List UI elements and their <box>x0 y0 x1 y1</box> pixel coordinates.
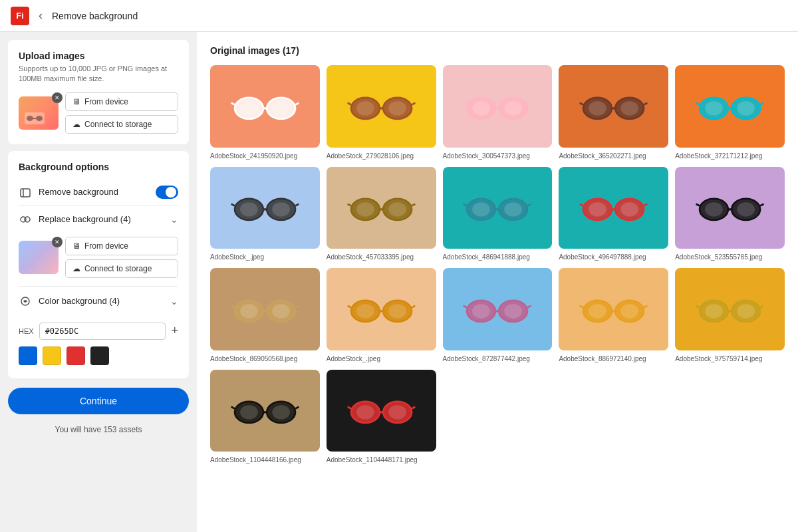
thumbnail-preview-icon <box>21 107 48 127</box>
svg-point-14 <box>240 101 258 115</box>
svg-line-68 <box>580 204 583 206</box>
glasses-svg <box>578 181 649 234</box>
image-card[interactable]: AdobeStock_496497888.jpeg <box>559 167 668 262</box>
continue-button[interactable]: Continue <box>8 388 189 414</box>
svg-point-35 <box>589 101 606 115</box>
svg-point-21 <box>356 101 374 115</box>
replace-from-device-button[interactable]: 🖥 From device <box>65 237 178 255</box>
image-label: AdobeStock_886972140.jpeg <box>559 354 668 363</box>
bg-options-title: Background options <box>19 162 178 172</box>
image-card[interactable]: AdobeStock_872877442.jpeg <box>443 268 553 363</box>
image-thumb-inner <box>675 65 785 148</box>
remove-bg-option[interactable]: Remove background <box>19 180 178 204</box>
glasses-svg <box>229 283 301 336</box>
svg-line-90 <box>412 306 415 308</box>
image-thumb-inner <box>443 167 553 249</box>
color-bg-option[interactable]: Color background (4) ⌄ <box>19 289 178 313</box>
image-label: AdobeStock_872877442.jpeg <box>443 354 553 363</box>
image-label: AdobeStock_241950920.jpeg <box>210 152 320 160</box>
svg-line-48 <box>295 204 299 206</box>
image-thumb-inner <box>559 268 668 350</box>
glasses-svg <box>346 283 417 336</box>
image-thumb-inner <box>675 167 785 249</box>
replace-from-device-label: From device <box>84 241 128 251</box>
image-thumb-inner <box>210 268 320 350</box>
svg-line-76 <box>760 204 763 206</box>
image-card[interactable]: AdobeStock_365202271.jpeg <box>559 65 668 160</box>
svg-line-54 <box>347 204 350 206</box>
hex-add-button[interactable]: + <box>171 324 178 338</box>
svg-line-20 <box>412 102 415 104</box>
svg-line-40 <box>696 102 700 104</box>
back-button[interactable]: ‹ <box>36 6 45 25</box>
image-thumb <box>443 268 553 350</box>
swatch-black[interactable] <box>90 346 109 365</box>
svg-line-110 <box>696 306 700 308</box>
image-card[interactable]: AdobeStock_457033395.jpeg <box>327 167 436 262</box>
image-label: AdobeStock_1104448166.jpeg <box>210 456 320 464</box>
swatch-yellow[interactable] <box>43 346 61 365</box>
upload-title: Upload images <box>19 51 178 61</box>
swatch-red[interactable] <box>66 346 85 365</box>
image-thumb <box>443 167 553 249</box>
image-card[interactable]: AdobeStock_279028106.jpeg <box>327 65 436 160</box>
svg-point-63 <box>473 202 491 216</box>
upload-subtitle: Supports up to 10,000 JPG or PNG images … <box>19 64 178 84</box>
svg-line-97 <box>528 306 531 308</box>
svg-line-111 <box>760 306 763 308</box>
image-label: AdobeStock_1104448171.jpeg <box>327 456 436 464</box>
from-device-button[interactable]: 🖥 From device <box>65 92 178 111</box>
svg-line-55 <box>412 204 415 206</box>
image-label: AdobeStock_372171212.jpeg <box>675 152 785 160</box>
image-card[interactable]: AdobeStock_523555785.jpeg <box>675 167 785 262</box>
hex-label: HEX <box>19 327 34 335</box>
glasses-svg <box>346 181 417 234</box>
image-thumb <box>327 65 436 148</box>
remove-thumbnail-button[interactable]: ✕ <box>52 92 63 103</box>
image-thumb-inner <box>327 268 436 350</box>
svg-point-84 <box>240 304 258 318</box>
divider-1 <box>19 205 178 206</box>
svg-point-92 <box>388 304 406 318</box>
svg-line-125 <box>412 407 415 409</box>
remove-replace-thumbnail-button[interactable]: ✕ <box>52 237 63 247</box>
swatch-blue[interactable] <box>19 346 37 365</box>
image-card[interactable]: AdobeStock_869050568.jpeg <box>210 268 320 363</box>
svg-line-75 <box>696 204 700 206</box>
image-card[interactable]: AdobeStock_486941888.jpeg <box>443 167 553 262</box>
image-card[interactable]: AdobeStock_1104448166.jpeg <box>210 370 320 465</box>
svg-rect-4 <box>21 189 30 197</box>
image-card[interactable]: AdobeStock_.jpeg <box>210 167 320 262</box>
image-thumb <box>559 167 668 249</box>
image-card[interactable]: AdobeStock_975759714.jpeg <box>675 268 785 363</box>
glasses-svg <box>229 384 301 437</box>
page-title: Remove background <box>52 11 138 21</box>
image-thumb <box>559 65 668 148</box>
replace-bg-chevron: ⌄ <box>170 214 178 225</box>
monitor-icon-2: 🖥 <box>72 241 80 251</box>
svg-point-43 <box>737 101 755 115</box>
image-card[interactable]: AdobeStock_241950920.jpeg <box>210 65 320 160</box>
svg-point-42 <box>705 101 723 115</box>
image-card[interactable]: AdobeStock_300547373.jpeg <box>443 65 553 160</box>
replace-connect-storage-button[interactable]: ☁ Connect to storage <box>65 259 178 278</box>
image-card[interactable]: AdobeStock_1104448171.jpeg <box>327 370 436 465</box>
image-label: AdobeStock_975759714.jpeg <box>675 354 785 363</box>
glasses-svg <box>578 283 649 336</box>
replace-bg-option[interactable]: Replace background (4) ⌄ <box>19 207 178 231</box>
image-label: AdobeStock_523555785.jpeg <box>675 253 785 261</box>
image-card[interactable]: AdobeStock_886972140.jpeg <box>559 268 668 363</box>
replace-thumbnail: ✕ <box>19 241 59 274</box>
image-card[interactable]: AdobeStock_372171212.jpeg <box>675 65 785 160</box>
app-logo: Fi <box>11 7 29 25</box>
image-card[interactable]: AdobeStock_.jpeg <box>327 268 436 363</box>
svg-line-89 <box>347 306 350 308</box>
replace-connect-storage-label: Connect to storage <box>84 264 152 273</box>
upload-card: Upload images Supports up to 10,000 JPG … <box>8 40 189 144</box>
remove-bg-toggle[interactable] <box>156 186 178 199</box>
connect-storage-button[interactable]: ☁ Connect to storage <box>65 115 178 134</box>
upload-thumbnail: ✕ <box>19 96 59 130</box>
hex-input[interactable] <box>39 323 166 340</box>
image-thumb-inner <box>327 65 436 148</box>
color-bg-label: Color background (4) <box>39 296 164 306</box>
